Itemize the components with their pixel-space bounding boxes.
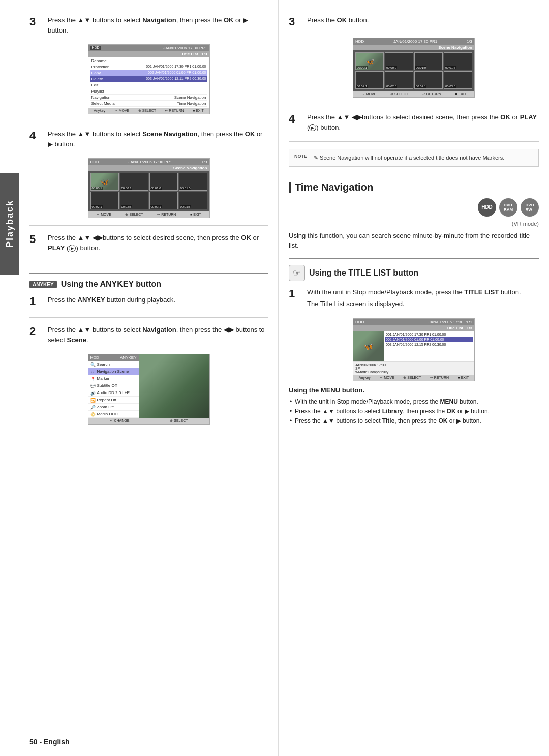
- anykey-video-image: [139, 354, 209, 418]
- sn-footer-select-r: ⊕ SELECT: [390, 92, 408, 96]
- scene-thumb-5: 00:02:1: [90, 192, 119, 209]
- anykey-footer-select: ⊕ SELECT: [170, 419, 188, 423]
- marker-icon: 📍: [90, 377, 96, 381]
- anykey-item-marker: 📍 Marker: [88, 375, 139, 382]
- note-box: NOTE ✎ Scene Navigation will not operate…: [289, 149, 539, 167]
- step-3-right-text: Press the OK button.: [307, 15, 539, 25]
- divider-2: [29, 225, 268, 226]
- anykey-repeat-label: Repeat Off: [97, 398, 117, 402]
- sn-footer-exit: ■ EXIT: [190, 213, 201, 217]
- tl-footer-select: ⊕ SELECT: [403, 376, 421, 380]
- anykey-item-navigation: ↔ Navigation Scene: [88, 368, 139, 375]
- scene-label-1: 00:00:1: [92, 187, 103, 190]
- menu-button-item-3: Press the ▲▼ buttons to select Title, th…: [289, 416, 539, 426]
- divider-r3: [289, 174, 539, 174]
- anykey-item-audio: 🔊 Audio DD 2.0 L+R: [88, 389, 139, 397]
- scene-nav-footer: ↔ MOVE ⊕ SELECT ↩ RETURN ■ EXIT: [88, 211, 209, 218]
- menu-rows: Rename Protection001 JAN/01/2006 17:30 P…: [88, 57, 209, 108]
- audio-icon: 🔊: [90, 391, 96, 395]
- hdd-badge-2: HDD: [90, 160, 99, 164]
- tl-info-quality: SP: [355, 367, 472, 370]
- scene-nav-screen-right: HDD JAN/01/2006 17:30 PR1 1/3 Scene Navi…: [353, 38, 475, 98]
- tl-footer: Anykey ↔ MOVE ⊕ SELECT ↩ RETURN ■ EXIT: [353, 375, 474, 381]
- scene-page: 1/3: [201, 160, 207, 164]
- right-column: 3 Press the OK button. HDD JAN/01/2006 1…: [279, 0, 549, 756]
- tl-hdd-badge: HDD: [355, 320, 364, 324]
- note-icon: ✎: [314, 155, 318, 161]
- tl-item-1: 001 JAN/01/2006 17:30 PR1 01:00:00: [385, 332, 473, 337]
- side-tab: Playback: [0, 173, 19, 275]
- step-4-content: Press the ▲▼ buttons to select Scene Nav…: [48, 129, 268, 149]
- scene-label-4: 00:01:5: [180, 187, 191, 190]
- footer-exit: ■ EXIT: [193, 109, 204, 113]
- anykey-subtitle-label: Subtitle Off: [97, 383, 117, 388]
- scene-thumb-r3: 00:01:0: [414, 52, 443, 70]
- tl-list: 001 JAN/01/2006 17:30 PR1 01:00:00 002 J…: [384, 331, 474, 361]
- step-4-right-content: Press the ▲▼ ◀▶buttons to select desired…: [307, 112, 539, 132]
- anykey-menu-screen: HDD ANYKEY 🔍 Search ↔ Navigation Scene: [88, 354, 210, 425]
- scene-thumb-8: 00:03:5: [179, 192, 207, 209]
- tl-item-2: 002 JAN/01/2006 01:00 PR 01:00:00: [385, 337, 473, 342]
- footer-move: ↔ MOVE: [114, 109, 130, 113]
- divider-1: [29, 122, 268, 122]
- tl-footer-exit: ■ EXIT: [458, 376, 469, 380]
- step-4-right: 4 Press the ▲▼ ◀▶buttons to select desir…: [289, 112, 539, 132]
- tl-header: HDD JAN/01/2006 17:30 PR1: [353, 319, 474, 325]
- divider-anykey-1: [29, 317, 268, 318]
- scene-date: JAN/01/2006 17:30 PR1: [128, 160, 172, 164]
- step-3-left: 3 Press the ▲▼ buttons to select Navigat…: [29, 15, 268, 35]
- scene-nav-footer-r: ↔ MOVE ⊕ SELECT ↩ RETURN ■ EXIT: [353, 91, 474, 97]
- tl-title-bar: Title List 1/3: [353, 325, 474, 331]
- anykey-badge: ANYKEY: [29, 281, 57, 288]
- note-content: ✎ Scene Navigation will not operate if a…: [314, 154, 504, 162]
- title-list-screen-mockup: HDD JAN/01/2006 17:30 PR1 Title List 1/3…: [88, 44, 210, 114]
- scene-thumb-r4: 00:01:5: [444, 52, 472, 70]
- screen-date: JAN/01/2006 17:30 PR1: [163, 46, 207, 50]
- media-badges: HDD DVDRAM DVDRW: [478, 198, 539, 217]
- note-text: Scene Navigation will not operate if a s…: [320, 155, 504, 161]
- anykey-nav-label: Navigation Scene: [97, 369, 129, 374]
- anykey-header-label: ANYKEY: [120, 355, 136, 360]
- footer-anykey: Anykey: [94, 109, 105, 113]
- scene-grid: 00:00:1 00:00:3 00:01:0 00:01:5 00:02:1: [88, 171, 209, 211]
- scene-nav-title: Scene Navigation: [88, 165, 209, 171]
- scene-label-6: 00:02:5: [121, 205, 132, 208]
- sn-footer-select: ⊕ SELECT: [125, 213, 143, 217]
- scene-label-5: 00:02:1: [92, 205, 103, 208]
- time-nav-section: Time Navigation HDD DVDRAM: [289, 182, 539, 427]
- scene-thumb-4: 00:01:5: [179, 173, 207, 191]
- scene-label-r2: 00:00:3: [386, 66, 397, 69]
- menu-row-select-media: Select MediaTime Navigation: [90, 101, 207, 107]
- play-circle-icon: ▶: [69, 245, 76, 252]
- scene-nav-title-r: Scene Navigation: [353, 45, 474, 50]
- sn-footer-move: ↔ MOVE: [96, 213, 111, 217]
- anykey-menu-left: HDD ANYKEY 🔍 Search ↔ Navigation Scene: [88, 354, 139, 418]
- title-list-screen: HDD JAN/01/2006 17:30 PR1 Title List 1/3…: [353, 318, 475, 381]
- title-list-step-1: 1 With the unit in Stop mode/Playback mo…: [289, 287, 539, 309]
- tl-info-mode: x-Mode:Compatibility: [355, 370, 472, 374]
- divider-3: [29, 262, 268, 262]
- hdd-badge-r: HDD: [355, 39, 364, 44]
- sn-footer-exit-r: ■ EXIT: [455, 92, 466, 96]
- title-list-step-1-text: With the unit in Stop mode/Playback mode…: [307, 287, 539, 297]
- scene-nav-header-r: HDD JAN/01/2006 17:30 PR1 1/3: [353, 38, 474, 45]
- menu-button-list: With the unit in Stop mode/Playback mode…: [289, 397, 539, 427]
- scene-thumb-r8: 00:03:5: [444, 71, 472, 89]
- sn-footer-move-r: ↔ MOVE: [361, 92, 377, 96]
- scene-label-r5: 00:02:1: [356, 85, 368, 88]
- scene-thumb-r1: 00:00:1: [355, 52, 384, 70]
- anykey-zoom-label: Zoom Off: [97, 405, 114, 409]
- scene-thumb-r5: 00:02:1: [355, 71, 384, 89]
- step-number-4-r: 4: [289, 112, 303, 126]
- anykey-step-1: 1 Press the ANYKEY button during playbac…: [29, 295, 268, 308]
- scene-label-8: 00:03:5: [180, 205, 191, 208]
- divider-r2: [289, 141, 539, 142]
- sn-footer-return: ↩ RETURN: [157, 213, 176, 217]
- screen-title-bar: Title List 1/3: [88, 51, 209, 57]
- step-3-right-content: Press the OK button.: [307, 15, 539, 25]
- dvd-ram-label: DVDRAM: [504, 203, 513, 212]
- step-4-right-text: Press the ▲▼ ◀▶buttons to select desired…: [307, 112, 539, 132]
- anykey-hdd-badge: HDD: [90, 355, 99, 360]
- step-5-left: 5 Press the ▲▼ ◀▶buttons to select desir…: [29, 233, 268, 253]
- menu-row-protection: Protection001 JAN/01/2006 17:30 PR1 01:0…: [90, 64, 207, 70]
